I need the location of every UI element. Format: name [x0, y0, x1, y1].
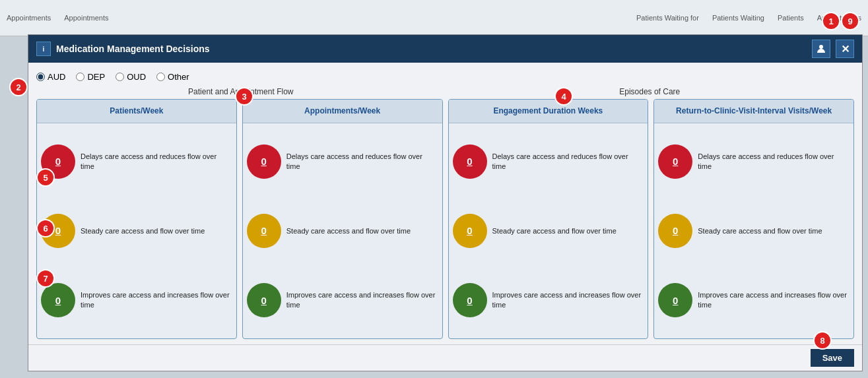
tl-circle-green-3: 0 — [453, 283, 487, 317]
tl-row-green-2: 0 Improves care access and increases flo… — [247, 283, 438, 317]
callout-7: 7 — [36, 269, 55, 288]
modal-header: i Medication Management Decisions ✕ — [28, 35, 862, 63]
card-patients-week: Patients/Week 0 Delays care access and r… — [36, 99, 237, 339]
card-return-to-clinic: Return-to-Clinic-Visit-Interval Visits/W… — [653, 99, 854, 339]
callout-4: 4 — [554, 87, 573, 106]
radio-oud[interactable]: OUD — [116, 72, 146, 82]
card-header-patients-week: Patients/Week — [37, 100, 236, 123]
modal-body: AUD DEP OUD Other Patient and Appointmen… — [28, 63, 862, 344]
tl-row-red-3: 0 Delays care access and reduces flow ov… — [453, 144, 644, 179]
tl-circle-green-1: 0 — [41, 283, 75, 317]
tl-row-green-1: 0 Improves care access and increases flo… — [41, 283, 232, 317]
svg-rect-1 — [822, 49, 824, 52]
tl-circle-yellow-4: 0 — [658, 214, 692, 248]
radio-dep[interactable]: DEP — [76, 72, 105, 82]
modal-icon: i — [36, 42, 51, 56]
callout-6: 6 — [36, 219, 55, 237]
tl-circle-red-2: 0 — [247, 144, 281, 179]
radio-group: AUD DEP OUD Other — [36, 68, 854, 84]
card-body-appointments-week: 0 Delays care access and reduces flow ov… — [243, 123, 442, 338]
tl-circle-red-3: 0 — [453, 144, 487, 179]
card-body-return-to-clinic: 0 Delays care access and reduces flow ov… — [654, 123, 853, 338]
tl-circle-green-4: 0 — [658, 283, 692, 317]
tl-row-green-3: 0 Improves care access and increases flo… — [453, 283, 644, 317]
callout-8: 8 — [813, 331, 832, 350]
modal-title: Medication Management Decisions — [56, 44, 210, 54]
tl-row-yellow-1: 0 Steady care access and flow over time — [41, 214, 232, 248]
section-label-episodes: Episodes of Care — [446, 87, 855, 96]
callout-9: 9 — [841, 12, 859, 30]
tl-row-red-1: 0 Delays care access and reduces flow ov… — [41, 144, 232, 179]
person-button[interactable] — [812, 40, 830, 58]
callout-3: 3 — [235, 87, 253, 106]
modal-footer: Save — [28, 344, 862, 371]
card-header-appointments-week: Appointments/Week — [243, 100, 442, 123]
tl-circle-green-2: 0 — [247, 283, 281, 317]
card-appointments-week: Appointments/Week 0 Delays care access a… — [242, 99, 443, 339]
card-header-engagement-duration: Engagement Duration Weeks — [449, 100, 648, 123]
close-icon: ✕ — [841, 43, 850, 55]
callout-1: 1 — [822, 12, 840, 30]
card-body-patients-week: 0 Delays care access and reduces flow ov… — [37, 123, 236, 338]
svg-point-0 — [819, 45, 823, 49]
person-icon — [816, 44, 826, 54]
save-button[interactable]: Save — [811, 349, 854, 367]
radio-aud[interactable]: AUD — [36, 72, 65, 82]
modal: i Medication Management Decisions ✕ AUD — [28, 34, 863, 371]
tl-circle-red-4: 0 — [658, 144, 692, 179]
card-body-engagement-duration: 0 Delays care access and reduces flow ov… — [449, 123, 648, 338]
tl-row-yellow-2: 0 Steady care access and flow over time — [247, 214, 438, 248]
callout-2: 2 — [9, 78, 28, 96]
parent-app-strip: Appointments Appointments Patients Waiti… — [0, 0, 868, 36]
tl-circle-yellow-3: 0 — [453, 214, 487, 248]
tl-row-green-4: 0 Improves care access and increases flo… — [658, 283, 850, 317]
card-header-return-to-clinic: Return-to-Clinic-Visit-Interval Visits/W… — [654, 100, 853, 123]
cards-row: Patients/Week 0 Delays care access and r… — [36, 99, 854, 339]
card-engagement-duration: Engagement Duration Weeks 0 Delays care … — [448, 99, 649, 339]
tl-row-yellow-4: 0 Steady care access and flow over time — [658, 214, 850, 248]
section-labels: Patient and Appointment Flow Episodes of… — [36, 87, 854, 96]
callout-5: 5 — [36, 168, 55, 187]
tl-row-yellow-3: 0 Steady care access and flow over time — [453, 214, 644, 248]
radio-other[interactable]: Other — [156, 72, 189, 82]
close-button[interactable]: ✕ — [836, 40, 854, 58]
tl-row-red-2: 0 Delays care access and reduces flow ov… — [247, 144, 438, 179]
tl-circle-yellow-2: 0 — [247, 214, 281, 248]
tl-row-red-4: 0 Delays care access and reduces flow ov… — [658, 144, 850, 179]
